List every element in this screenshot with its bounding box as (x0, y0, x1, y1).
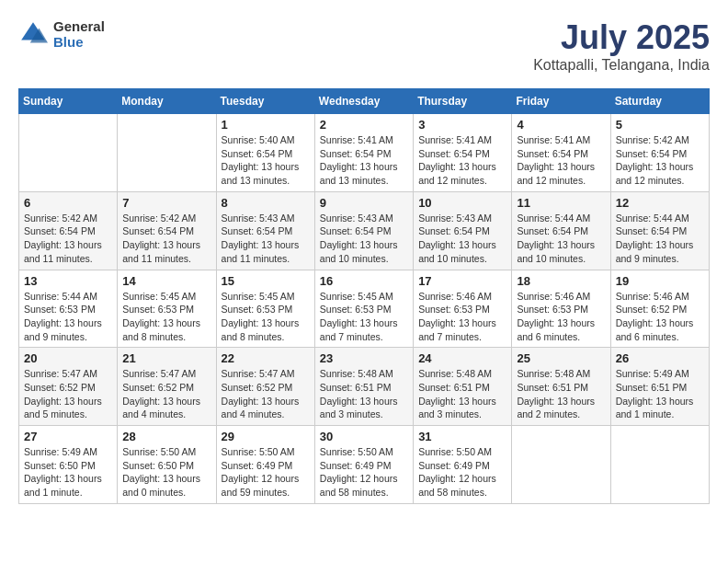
calendar-cell: 21Sunrise: 5:47 AM Sunset: 6:52 PM Dayli… (118, 348, 216, 426)
day-number: 11 (517, 196, 605, 210)
day-number: 28 (122, 430, 210, 443)
calendar-cell (118, 114, 216, 192)
day-number: 26 (616, 351, 704, 365)
page-subtitle: Kottapalli, Telangana, India (533, 57, 710, 74)
logo-text: General Blue (53, 18, 105, 50)
logo: General Blue (18, 18, 105, 50)
calendar-cell: 1Sunrise: 5:40 AM Sunset: 6:54 PM Daylig… (216, 114, 314, 192)
day-number: 6 (24, 196, 112, 210)
calendar-cell (512, 426, 610, 504)
day-detail: Sunrise: 5:40 AM Sunset: 6:54 PM Dayligh… (222, 133, 310, 188)
day-number: 12 (616, 196, 704, 210)
day-number: 30 (320, 430, 408, 443)
calendar-cell: 24Sunrise: 5:48 AM Sunset: 6:51 PM Dayli… (414, 348, 512, 426)
day-detail: Sunrise: 5:45 AM Sunset: 6:53 PM Dayligh… (222, 290, 310, 344)
day-detail: Sunrise: 5:41 AM Sunset: 6:54 PM Dayligh… (320, 133, 408, 188)
calendar-cell: 13Sunrise: 5:44 AM Sunset: 6:53 PM Dayli… (19, 270, 118, 348)
day-number: 24 (418, 351, 506, 365)
day-detail: Sunrise: 5:44 AM Sunset: 6:54 PM Dayligh… (517, 212, 605, 266)
calendar-cell: 15Sunrise: 5:45 AM Sunset: 6:53 PM Dayli… (216, 270, 314, 348)
day-detail: Sunrise: 5:42 AM Sunset: 6:54 PM Dayligh… (122, 212, 210, 266)
day-number: 5 (616, 118, 704, 132)
calendar-cell: 3Sunrise: 5:41 AM Sunset: 6:54 PM Daylig… (414, 114, 512, 192)
day-detail: Sunrise: 5:47 AM Sunset: 6:52 PM Dayligh… (122, 367, 210, 421)
day-number: 25 (517, 351, 605, 365)
calendar-cell: 22Sunrise: 5:47 AM Sunset: 6:52 PM Dayli… (216, 348, 314, 426)
header-wednesday: Wednesday (314, 89, 413, 114)
day-number: 2 (320, 118, 408, 132)
day-number: 1 (222, 118, 310, 132)
header-saturday: Saturday (610, 89, 709, 114)
week-row-4: 20Sunrise: 5:47 AM Sunset: 6:52 PM Dayli… (19, 348, 710, 426)
calendar-cell (19, 114, 118, 192)
logo-general: General (53, 18, 105, 34)
calendar-cell: 31Sunrise: 5:50 AM Sunset: 6:49 PM Dayli… (414, 426, 512, 504)
week-row-3: 13Sunrise: 5:44 AM Sunset: 6:53 PM Dayli… (19, 270, 710, 348)
title-block: July 2025 Kottapalli, Telangana, India (533, 18, 710, 74)
day-detail: Sunrise: 5:41 AM Sunset: 6:54 PM Dayligh… (418, 133, 506, 188)
calendar-cell (610, 426, 709, 504)
day-detail: Sunrise: 5:43 AM Sunset: 6:54 PM Dayligh… (418, 212, 506, 266)
calendar-cell: 28Sunrise: 5:50 AM Sunset: 6:50 PM Dayli… (118, 426, 216, 504)
day-number: 10 (418, 196, 506, 210)
day-detail: Sunrise: 5:48 AM Sunset: 6:51 PM Dayligh… (320, 367, 408, 421)
header-tuesday: Tuesday (216, 89, 314, 114)
day-number: 18 (517, 274, 605, 288)
day-number: 15 (222, 274, 310, 288)
day-detail: Sunrise: 5:46 AM Sunset: 6:52 PM Dayligh… (616, 290, 704, 344)
day-detail: Sunrise: 5:47 AM Sunset: 6:52 PM Dayligh… (24, 367, 112, 421)
calendar-cell: 18Sunrise: 5:46 AM Sunset: 6:53 PM Dayli… (512, 270, 610, 348)
header-thursday: Thursday (414, 89, 512, 114)
header-sunday: Sunday (19, 89, 118, 114)
day-detail: Sunrise: 5:43 AM Sunset: 6:54 PM Dayligh… (320, 212, 408, 266)
day-number: 27 (24, 430, 112, 443)
calendar-cell: 7Sunrise: 5:42 AM Sunset: 6:54 PM Daylig… (118, 191, 216, 270)
day-number: 4 (517, 118, 605, 132)
calendar-cell: 10Sunrise: 5:43 AM Sunset: 6:54 PM Dayli… (414, 191, 512, 270)
calendar-cell: 30Sunrise: 5:50 AM Sunset: 6:49 PM Dayli… (314, 426, 413, 504)
day-detail: Sunrise: 5:44 AM Sunset: 6:53 PM Dayligh… (24, 290, 112, 344)
day-number: 7 (122, 196, 210, 210)
calendar-header: SundayMondayTuesdayWednesdayThursdayFrid… (19, 89, 710, 114)
page-title: July 2025 (533, 18, 710, 57)
calendar-cell: 4Sunrise: 5:41 AM Sunset: 6:54 PM Daylig… (512, 114, 610, 192)
day-number: 31 (418, 430, 506, 443)
logo-icon (18, 19, 48, 49)
day-detail: Sunrise: 5:48 AM Sunset: 6:51 PM Dayligh… (418, 367, 506, 421)
calendar-cell: 12Sunrise: 5:44 AM Sunset: 6:54 PM Dayli… (610, 191, 709, 270)
day-detail: Sunrise: 5:42 AM Sunset: 6:54 PM Dayligh… (616, 133, 704, 188)
day-number: 17 (418, 274, 506, 288)
calendar-cell: 5Sunrise: 5:42 AM Sunset: 6:54 PM Daylig… (610, 114, 709, 192)
calendar-cell: 29Sunrise: 5:50 AM Sunset: 6:49 PM Dayli… (216, 426, 314, 504)
logo-blue: Blue (53, 34, 105, 50)
day-detail: Sunrise: 5:49 AM Sunset: 6:51 PM Dayligh… (616, 367, 704, 421)
header-row: SundayMondayTuesdayWednesdayThursdayFrid… (19, 89, 710, 114)
day-detail: Sunrise: 5:47 AM Sunset: 6:52 PM Dayligh… (222, 367, 310, 421)
calendar-cell: 25Sunrise: 5:48 AM Sunset: 6:51 PM Dayli… (512, 348, 610, 426)
week-row-1: 1Sunrise: 5:40 AM Sunset: 6:54 PM Daylig… (19, 114, 710, 192)
day-detail: Sunrise: 5:45 AM Sunset: 6:53 PM Dayligh… (320, 290, 408, 344)
calendar-cell: 2Sunrise: 5:41 AM Sunset: 6:54 PM Daylig… (314, 114, 413, 192)
calendar-body: 1Sunrise: 5:40 AM Sunset: 6:54 PM Daylig… (19, 114, 710, 504)
day-number: 29 (222, 430, 310, 443)
day-number: 3 (418, 118, 506, 132)
calendar-cell: 14Sunrise: 5:45 AM Sunset: 6:53 PM Dayli… (118, 270, 216, 348)
week-row-5: 27Sunrise: 5:49 AM Sunset: 6:50 PM Dayli… (19, 426, 710, 504)
calendar-cell: 9Sunrise: 5:43 AM Sunset: 6:54 PM Daylig… (314, 191, 413, 270)
calendar-cell: 16Sunrise: 5:45 AM Sunset: 6:53 PM Dayli… (314, 270, 413, 348)
day-detail: Sunrise: 5:44 AM Sunset: 6:54 PM Dayligh… (616, 212, 704, 266)
calendar-cell: 23Sunrise: 5:48 AM Sunset: 6:51 PM Dayli… (314, 348, 413, 426)
day-detail: Sunrise: 5:50 AM Sunset: 6:49 PM Dayligh… (418, 445, 506, 500)
page-header: General Blue July 2025 Kottapalli, Telan… (18, 18, 710, 74)
day-number: 21 (122, 351, 210, 365)
day-number: 22 (222, 351, 310, 365)
calendar-cell: 26Sunrise: 5:49 AM Sunset: 6:51 PM Dayli… (610, 348, 709, 426)
day-number: 9 (320, 196, 408, 210)
day-detail: Sunrise: 5:50 AM Sunset: 6:50 PM Dayligh… (122, 445, 210, 500)
day-number: 20 (24, 351, 112, 365)
day-detail: Sunrise: 5:46 AM Sunset: 6:53 PM Dayligh… (517, 290, 605, 344)
day-detail: Sunrise: 5:41 AM Sunset: 6:54 PM Dayligh… (517, 133, 605, 188)
calendar-cell: 19Sunrise: 5:46 AM Sunset: 6:52 PM Dayli… (610, 270, 709, 348)
day-detail: Sunrise: 5:46 AM Sunset: 6:53 PM Dayligh… (418, 290, 506, 344)
calendar-cell: 20Sunrise: 5:47 AM Sunset: 6:52 PM Dayli… (19, 348, 118, 426)
